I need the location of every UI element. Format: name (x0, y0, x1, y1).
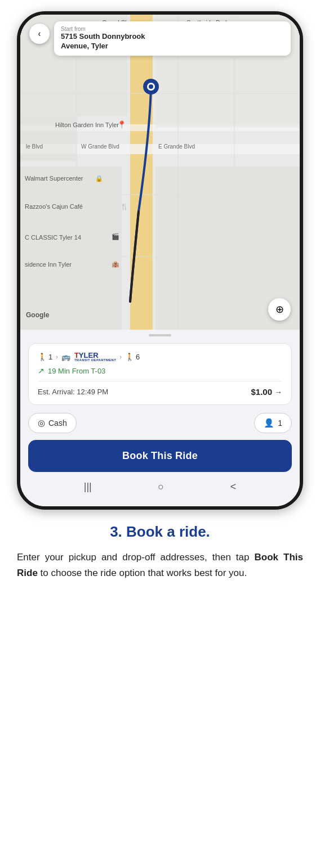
phone-shell: Grand Slam Southside Park Hilton Garden … (17, 11, 303, 510)
svg-text:Google: Google (26, 311, 50, 319)
chevron-1-icon: › (56, 353, 58, 360)
svg-text:le Blvd: le Blvd (26, 143, 43, 150)
svg-text:🔒: 🔒 (95, 174, 103, 182)
nav-bar: ||| ○ < (28, 472, 292, 506)
svg-text:W Grande Blvd: W Grande Blvd (81, 143, 119, 150)
walk-end: 🚶 6 (125, 353, 140, 361)
start-from-card: Start from 5715 South DonnybrookAvenue, … (54, 21, 291, 56)
walk-icon-2: 🚶 (125, 353, 134, 361)
ride-card[interactable]: 🚶 1 › 🚌 TYLER TRANSIT DEPARTMENT › 🚶 (28, 343, 292, 405)
svg-text:sidence Inn Tyler: sidence Inn Tyler (25, 261, 72, 268)
options-row: ◎ Cash 👤 1 (28, 413, 292, 433)
svg-rect-7 (20, 167, 122, 330)
passenger-icon: 👤 (264, 418, 274, 428)
map-svg: Grand Slam Southside Park Hilton Garden … (20, 15, 300, 330)
nav-menu-button[interactable]: ||| (77, 479, 99, 495)
svg-text:Hilton Garden Inn Tyler: Hilton Garden Inn Tyler (55, 122, 119, 128)
passengers-count: 1 (278, 419, 282, 428)
svg-text:Walmart Supercenter: Walmart Supercenter (25, 175, 83, 182)
ride-route: 🚶 1 › 🚌 TYLER TRANSIT DEPARTMENT › 🚶 (38, 352, 282, 362)
map-area: Grand Slam Southside Park Hilton Garden … (20, 15, 300, 330)
chevron-2-icon: › (119, 353, 122, 360)
ride-footer: Est. Arrival: 12:49 PM $1.00 → (38, 387, 282, 397)
svg-text:E Grande Blvd: E Grande Blvd (158, 143, 195, 150)
nav-home-button[interactable]: ○ (151, 479, 171, 495)
below-phone-content: 3. Book a ride. Enter your pickup and dr… (17, 510, 303, 587)
arrival-text: Est. Arrival: 12:49 PM (38, 388, 108, 396)
nav-back-button[interactable]: < (224, 479, 243, 495)
walk-icon-1: 🚶 (38, 353, 47, 361)
passengers-pill[interactable]: 👤 1 (254, 413, 292, 433)
svg-rect-1 (130, 15, 153, 330)
transit-time: 19 Min From T-03 (48, 367, 105, 375)
start-address: 5715 South DonnybrookAvenue, Tyler (61, 32, 284, 51)
book-this-ride-emphasis: Book This Ride (17, 552, 303, 578)
svg-point-17 (149, 84, 153, 89)
section-body: Enter your pickup and drop-off addresses… (17, 550, 303, 581)
price-arrow-icon: → (274, 388, 282, 397)
svg-text:📍: 📍 (117, 120, 127, 129)
bus-icon: 🚌 (61, 353, 70, 361)
svg-text:🎬: 🎬 (112, 232, 119, 240)
cash-icon: ◎ (38, 418, 45, 428)
ride-divider (38, 381, 282, 381)
payment-label: Cash (48, 419, 67, 428)
location-target-button[interactable]: ⊕ (268, 298, 291, 321)
back-button[interactable]: ‹ (29, 24, 50, 44)
bus-step: 🚌 TYLER TRANSIT DEPARTMENT (61, 352, 116, 362)
bottom-panel: 🚶 1 › 🚌 TYLER TRANSIT DEPARTMENT › 🚶 (20, 330, 300, 506)
target-icon: ⊕ (275, 303, 284, 316)
drag-handle (149, 334, 171, 336)
svg-text:🏨: 🏨 (112, 260, 119, 268)
transit-info: ↗ 19 Min From T-03 (38, 366, 282, 375)
back-chevron-icon: ‹ (38, 29, 41, 39)
price-text: $1.00 → (251, 387, 282, 397)
svg-text:C CLASSIC Tyler 14: C CLASSIC Tyler 14 (25, 234, 81, 241)
payment-pill[interactable]: ◎ Cash (28, 413, 77, 433)
start-label: Start from (61, 26, 284, 32)
svg-text:Razzoo's Cajun Café: Razzoo's Cajun Café (25, 203, 83, 210)
book-ride-button[interactable]: Book This Ride (28, 440, 292, 472)
section-heading: 3. Book a ride. (17, 523, 303, 541)
price-value: $1.00 (251, 387, 272, 397)
tyler-tagline: TRANSIT DEPARTMENT (74, 358, 116, 362)
transit-arrow-icon: ↗ (38, 366, 45, 375)
walk-start: 🚶 1 (38, 353, 52, 361)
svg-text:🍴: 🍴 (121, 203, 128, 210)
